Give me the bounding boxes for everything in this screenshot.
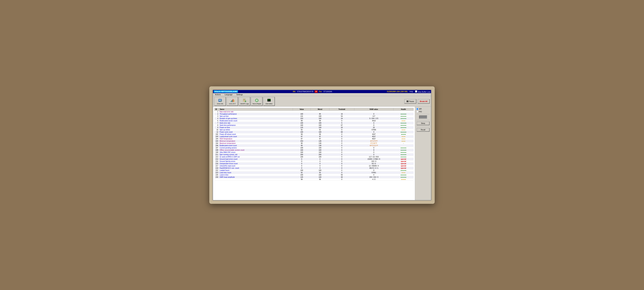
cell-treshold: 40 [330,176,354,178]
cell-value: 99 [293,178,311,180]
table-row: 213Gr seek err/RRO-C ERP cnt1001000117 /… [214,156,414,158]
api-radio-item[interactable]: API [416,108,430,110]
cell-name: Number of spin-up times [219,117,293,120]
smart-label: S.M.A.R.T [229,103,236,105]
cell-health: ●●●●●● [393,151,414,153]
cell-health: ●●●●●● [393,149,414,151]
cell-id: 10 [214,129,219,131]
help-link[interactable]: Help [410,91,413,93]
cell-worst: 100 [310,169,329,171]
api-radio[interactable] [416,108,418,110]
cell-id: 215 [214,160,219,162]
cell-worst: 0 [310,162,329,165]
cell-raw: 57956 [354,129,393,131]
break-all-button[interactable]: Break All [418,99,430,104]
cell-worst: 100 [310,176,329,178]
test-repair-label: Test & Repair [252,103,261,105]
drive-info-label: Drive Info [217,103,223,105]
svg-rect-2 [219,100,221,101]
cell-value: 253 [293,140,311,142]
toolbar: Drive Info S.M.A.R.T SMART Logs Test & R… [213,96,431,107]
cell-name: Spin-up retries [219,129,293,131]
cell-health: ●●●● [393,135,414,138]
close-sn-button[interactable]: ✕ [314,90,318,93]
cell-raw: 12 / 45009 / 4 [354,165,393,167]
pio-label: PIO [419,111,422,113]
cell-worst: 0 [310,165,329,167]
table-row: 192Power-off retract count999904347●●●●● [214,133,414,135]
cell-health: ●●●●●● [393,122,414,124]
cell-name: Power cycle count [219,131,293,133]
cell-treshold: 0 [330,133,354,135]
table-row: 230GMR head amplitude14510040155 / 152 /… [214,176,414,178]
cell-name: Raw read error rate [219,111,293,113]
cell-name: FlashROM ECC corr. count [219,167,293,169]
progress-indicator [419,116,427,119]
content-area: ID Name Value Worst Treshold RAW value H… [213,107,431,200]
cell-worst: 0 [310,158,329,160]
cell-health: ●●●●●● [393,117,414,120]
cell-health: ●●●●●● [393,156,414,158]
pause-button[interactable]: Pause [404,99,416,104]
svg-rect-6 [233,99,233,102]
cell-treshold: 0 [330,169,354,171]
cell-worst: 100 [310,149,329,151]
smart-logs-button[interactable]: SMART Logs [239,97,250,106]
cell-name: Reallocated event count [219,144,293,147]
monitor: Hitachi HDT721016SLA380 SN: STA107MA2WVK… [209,86,435,204]
cell-worst: 92 [310,129,329,131]
pio-radio[interactable] [416,111,418,113]
col-name: Name [219,108,293,111]
break-all-label: Break All [420,100,428,102]
cell-id: 9 [214,126,219,129]
api-label: API [419,108,422,110]
cell-id: 7 [214,122,219,124]
cell-treshold: 24 [330,117,354,120]
cell-health: ●●●● [393,120,414,122]
cell-worst: 100 [310,122,329,124]
table-row: 196Reallocated event count90136044°C/111… [214,144,414,147]
pio-radio-item[interactable]: PIO [416,111,430,113]
cell-raw: 4347 [354,133,393,135]
cell-id: 216 [214,162,219,165]
smart-button[interactable]: S.M.A.R.T [226,97,238,106]
cell-value [293,111,311,113]
cell-name: Spin-up time [219,115,293,117]
table-row: 1Raw read error rate [214,111,414,113]
cell-raw: 0 [354,131,393,133]
sleep-button[interactable]: Sleep [417,121,430,125]
cell-worst: 0 [310,167,329,169]
drive-info-button[interactable]: Drive Info [214,97,226,106]
cell-worst: 136 [310,140,329,142]
cell-id: 194 [214,138,219,140]
pause-label: Pause [409,100,414,102]
table-row: 2Throughput perfomance10085160●●●●●● [214,113,414,115]
smart-logs-label: SMART Logs [240,103,249,105]
menu-actions[interactable]: Actions [214,93,222,96]
cell-name: Unlock/His read count [219,165,293,167]
menu-language[interactable]: Language [224,93,233,96]
cell-raw: 4537 [354,135,393,138]
disk-editor-button[interactable]: 01 1110 00 Disk Editor [263,97,275,106]
cell-id: 8 [214,124,219,126]
cell-health: ●●●● [393,129,414,131]
cell-id: 1 [214,111,219,113]
cell-name: Current pending sectors [219,147,293,149]
cell-id: 213 [214,156,219,158]
recall-button[interactable]: Recall [417,128,430,132]
cell-value: 0 [293,165,311,167]
cell-raw: 155 / 152 / 3 [354,176,393,178]
cell-worst: 100 [310,126,329,129]
view-buffer-checkbox[interactable] [415,90,417,93]
smart-table: ID Name Value Worst Treshold RAW value H… [214,108,414,181]
cell-treshold: 0 [330,147,354,149]
cell-treshold: 0 [330,167,354,169]
test-repair-button[interactable]: Test & Repair [251,97,262,106]
cell-value: 100 [293,169,311,171]
menu-bar: Actions Language Settings [213,93,431,96]
table-row: 10Spin-up retries9292057956●●●● [214,129,414,131]
menu-settings[interactable]: Settings [236,93,244,96]
table-row: 8Seek time perfomance100100670●●●●●● [214,124,414,126]
table-row: 194Maximum temperature9013606°C/42°F- [214,142,414,144]
cell-raw: 0 [354,169,393,171]
